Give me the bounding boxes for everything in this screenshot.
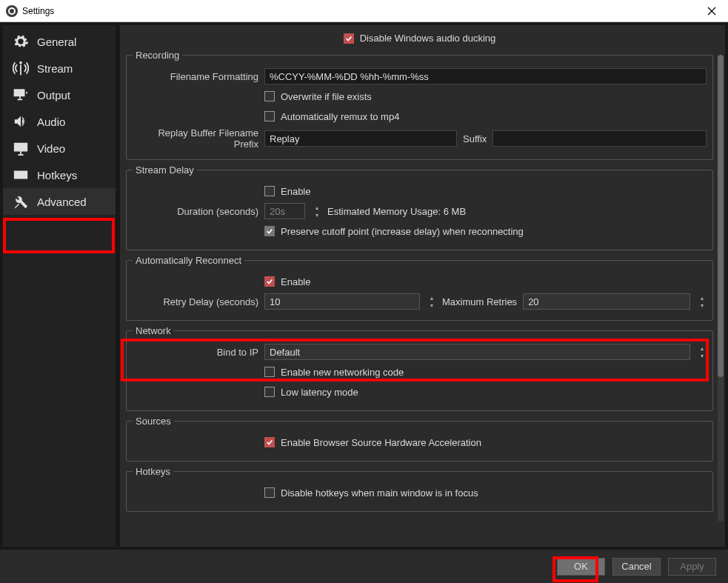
new-networking-checkbox[interactable] [264, 367, 275, 377]
speaker-icon [10, 113, 31, 130]
sidebar-item-advanced[interactable]: Advanced [3, 188, 116, 215]
recording-legend: Recording [133, 50, 182, 61]
monitor-icon [10, 139, 31, 157]
keyboard-icon [10, 166, 31, 184]
suffix-label: Suffix [463, 133, 487, 144]
disable-hotkeys-label: Disable hotkeys when main window is in f… [281, 487, 478, 499]
filename-formatting-input[interactable] [264, 68, 707, 84]
browser-hw-label: Enable Browser Source Hardware Accelerat… [281, 437, 481, 448]
window-title: Settings [22, 6, 54, 16]
sidebar-item-label: Hotkeys [37, 169, 77, 181]
stream-delay-enable-label: Enable [281, 186, 310, 197]
sidebar-item-label: Stream [37, 62, 73, 75]
auto-reconnect-legend: Automatically Reconnect [133, 255, 244, 266]
sidebar-item-stream[interactable]: Stream [3, 55, 116, 81]
apply-button: Apply [668, 558, 716, 576]
ok-button[interactable]: OK [557, 558, 605, 576]
sidebar-item-label: Advanced [37, 196, 87, 208]
recording-group: Recording Filename Formatting Overwrite … [126, 50, 713, 160]
sidebar-item-video[interactable]: Video [3, 135, 116, 161]
filename-formatting-label: Filename Formatting [133, 71, 264, 82]
max-retries-spin-buttons[interactable]: ▴▾ [698, 294, 707, 309]
output-icon [10, 86, 31, 104]
disable-audio-ducking-label: Disable Windows audio ducking [360, 33, 496, 44]
scrollbar[interactable] [718, 55, 724, 522]
remux-checkbox[interactable] [264, 111, 275, 121]
stream-delay-enable-checkbox[interactable] [264, 186, 275, 196]
content-area: Disable Windows audio ducking Recording … [120, 25, 725, 547]
hotkeys-legend: Hotkeys [133, 466, 173, 477]
replay-prefix-label: Replay Buffer Filename Prefix [133, 127, 264, 150]
disable-audio-ducking-checkbox[interactable] [344, 33, 354, 44]
overwrite-checkbox[interactable] [264, 91, 275, 101]
auto-reconnect-enable-label: Enable [281, 276, 310, 287]
duration-spin-buttons[interactable]: ▴▾ [313, 204, 321, 219]
browser-hw-checkbox[interactable] [264, 437, 275, 447]
sidebar-item-label: General [37, 36, 76, 48]
stream-delay-group: Stream Delay Enable Duration (seconds) 2… [126, 164, 713, 250]
duration-label: Duration (seconds) [133, 206, 264, 217]
sources-legend: Sources [133, 416, 174, 427]
auto-reconnect-group: Automatically Reconnect Enable Retry Del… [126, 255, 713, 321]
cancel-button[interactable]: Cancel [612, 558, 661, 576]
sidebar-item-label: Output [37, 89, 70, 101]
gear-icon [10, 33, 31, 50]
sidebar-item-hotkeys[interactable]: Hotkeys [3, 161, 116, 188]
sidebar: General Stream Output Audio Video Hotkey… [3, 25, 116, 547]
bind-ip-label: Bind to IP [133, 347, 264, 358]
network-group: Network Bind to IP Default ▴▾ Enable new… [126, 325, 713, 411]
new-networking-label: Enable new networking code [281, 367, 404, 378]
tools-icon [10, 193, 31, 210]
titlebar: Settings [0, 0, 728, 22]
low-latency-checkbox[interactable] [264, 387, 275, 397]
hotkeys-group: Hotkeys Disable hotkeys when main window… [126, 466, 713, 512]
sidebar-item-output[interactable]: Output [3, 81, 116, 108]
max-retries-spinbox[interactable]: 20 [523, 293, 690, 310]
replay-prefix-input[interactable] [264, 130, 457, 147]
retry-delay-spin-buttons[interactable]: ▴▾ [427, 294, 436, 309]
sidebar-item-audio[interactable]: Audio [3, 108, 116, 135]
bind-ip-select[interactable]: Default [264, 344, 690, 360]
auto-reconnect-enable-checkbox[interactable] [264, 276, 275, 287]
preserve-cutoff-label: Preserve cutoff point (increase delay) w… [281, 226, 524, 237]
sidebar-item-label: Video [37, 142, 65, 155]
duration-spinbox[interactable]: 20s [264, 203, 305, 219]
preserve-cutoff-checkbox[interactable] [264, 226, 275, 236]
retry-delay-spinbox[interactable]: 10 [264, 293, 420, 310]
remux-label: Automatically remux to mp4 [281, 111, 399, 122]
network-legend: Network [133, 325, 174, 336]
low-latency-label: Low latency mode [281, 387, 358, 398]
suffix-input[interactable] [492, 130, 707, 147]
stream-delay-legend: Stream Delay [133, 164, 197, 176]
max-retries-label: Maximum Retries [442, 296, 517, 307]
retry-delay-label: Retry Delay (seconds) [133, 296, 264, 307]
sources-group: Sources Enable Browser Source Hardware A… [126, 416, 713, 462]
footer: OK Cancel Apply [0, 550, 728, 583]
app-icon [6, 5, 18, 17]
sidebar-item-label: Audio [37, 116, 65, 128]
overwrite-label: Overwrite if file exists [281, 91, 372, 102]
sidebar-item-general[interactable]: General [3, 28, 116, 55]
disable-hotkeys-checkbox[interactable] [264, 487, 275, 498]
memory-usage-label: Estimated Memory Usage: 6 MB [327, 206, 466, 217]
close-button[interactable] [695, 0, 728, 22]
bind-ip-dropdown-button[interactable]: ▴▾ [698, 344, 707, 359]
antenna-icon [10, 59, 31, 77]
